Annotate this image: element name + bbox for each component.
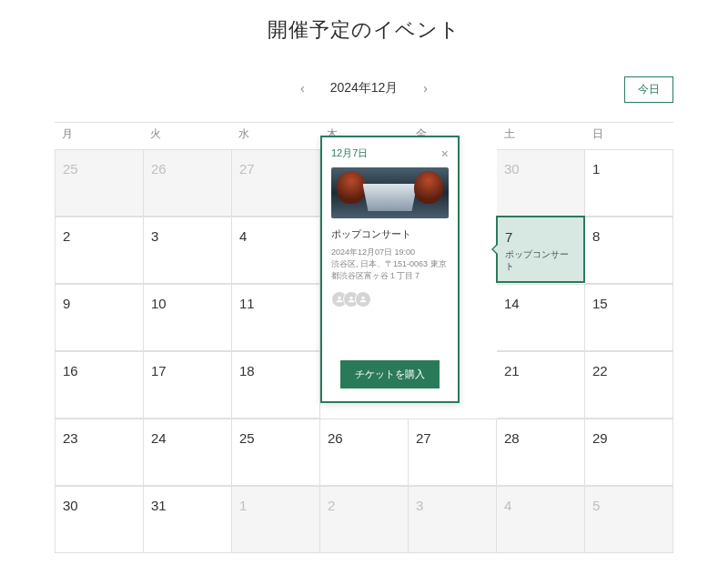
month-nav: ‹ 2024年12月 › 今日 (55, 80, 673, 96)
calendar-cell[interactable]: 22 (585, 351, 673, 419)
calendar-cell[interactable]: 23 (56, 419, 144, 486)
calendar-cell[interactable]: 2 (320, 486, 409, 553)
calendar-cell[interactable]: 1 (585, 149, 673, 217)
calendar-cell[interactable]: 30 (56, 486, 144, 553)
day-number: 27 (416, 430, 489, 446)
calendar-cell[interactable]: 9 (56, 284, 144, 351)
day-number: 22 (592, 363, 665, 378)
calendar-cell[interactable]: 3 (144, 217, 232, 284)
day-number: 23 (63, 430, 136, 446)
day-number: 24 (151, 430, 224, 446)
attendee-avatars[interactable] (331, 291, 449, 308)
day-number: 3 (416, 498, 489, 513)
dow-label: 日 (585, 123, 673, 149)
prev-month-button[interactable]: ‹ (300, 81, 305, 96)
day-number: 25 (63, 161, 136, 177)
day-number: 16 (63, 363, 136, 378)
event-title: ポップコンサート (331, 227, 449, 241)
calendar-cell[interactable]: 28 (497, 419, 585, 486)
day-number: 26 (328, 430, 400, 446)
dow-label: 土 (497, 123, 585, 149)
calendar-cell[interactable]: 30 (497, 149, 585, 217)
day-number: 2 (63, 228, 136, 244)
event-meta: 2024年12月07日 19:00 渋谷区, 日本、〒151-0063 東京都渋… (331, 247, 449, 282)
day-number: 14 (504, 296, 577, 311)
day-number: 9 (63, 296, 136, 311)
today-button[interactable]: 今日 (624, 76, 673, 103)
page-title: 開催予定のイベント (55, 16, 673, 44)
avatar-icon (355, 291, 371, 308)
day-number: 15 (592, 296, 665, 311)
day-number: 30 (504, 161, 577, 177)
popover-date: 12月7日 (331, 146, 368, 160)
day-number: 1 (592, 161, 665, 177)
calendar-cell[interactable]: 25 (232, 419, 320, 486)
month-label: 2024年12月 (330, 80, 399, 96)
day-number: 29 (592, 430, 665, 446)
day-number: 8 (592, 228, 665, 244)
calendar-cell[interactable]: 10 (144, 284, 232, 351)
calendar-cell[interactable]: 2 (56, 217, 144, 284)
day-number: 7 (505, 229, 576, 245)
calendar-cell[interactable]: 4 (497, 486, 585, 553)
calendar-cell[interactable]: 31 (144, 486, 232, 553)
day-number: 2 (328, 498, 400, 513)
calendar-cell[interactable]: 27 (232, 149, 320, 217)
dow-label: 火 (143, 123, 231, 149)
calendar-cell[interactable]: 5 (585, 486, 673, 553)
calendar-cell[interactable]: 7ポップコンサート (496, 216, 585, 283)
calendar-cell[interactable]: 26 (320, 419, 409, 486)
day-number: 31 (151, 498, 224, 513)
day-number: 26 (151, 161, 224, 177)
calendar-cell[interactable]: 17 (144, 351, 232, 419)
calendar-cell[interactable]: 8 (585, 217, 673, 284)
calendar-cell[interactable]: 25 (56, 149, 144, 217)
day-number: 4 (239, 228, 312, 244)
day-number: 10 (151, 296, 224, 311)
calendar-cell[interactable]: 27 (409, 419, 497, 486)
calendar-cell[interactable]: 21 (497, 351, 585, 419)
dow-label: 水 (231, 123, 319, 149)
calendar-cell[interactable]: 1 (232, 486, 320, 553)
day-number: 4 (504, 498, 577, 513)
calendar-cell[interactable]: 3 (409, 486, 497, 553)
calendar-cell[interactable]: 14 (497, 284, 585, 351)
event-image[interactable] (331, 167, 449, 218)
calendar-cell[interactable]: 29 (585, 419, 673, 486)
calendar-cell[interactable]: 24 (144, 419, 232, 486)
calendar-cell[interactable]: 18 (232, 351, 320, 419)
day-number: 30 (63, 498, 136, 513)
calendar-cell[interactable]: 4 (232, 217, 320, 284)
close-icon[interactable]: × (441, 147, 449, 160)
event-label: ポップコンサート (505, 248, 576, 272)
day-number: 18 (239, 363, 312, 378)
calendar-cell[interactable]: 15 (585, 284, 673, 351)
dow-label: 月 (55, 123, 143, 149)
day-number: 5 (592, 498, 665, 513)
buy-tickets-button[interactable]: チケットを購入 (340, 360, 440, 388)
day-number: 27 (239, 161, 312, 177)
calendar-cell[interactable]: 26 (144, 149, 232, 217)
day-number: 28 (504, 430, 577, 446)
event-popover: 12月7日 × ポップコンサート 2024年12月07日 19:00 渋谷区, … (320, 136, 460, 403)
calendar-cell[interactable]: 16 (56, 351, 144, 419)
day-number: 11 (239, 296, 312, 311)
day-number: 17 (151, 363, 224, 378)
day-number: 25 (239, 430, 312, 446)
calendar-cell[interactable]: 11 (232, 284, 320, 351)
day-number: 1 (239, 498, 312, 513)
day-number: 21 (504, 363, 577, 378)
day-number: 3 (151, 228, 224, 244)
next-month-button[interactable]: › (423, 81, 428, 96)
